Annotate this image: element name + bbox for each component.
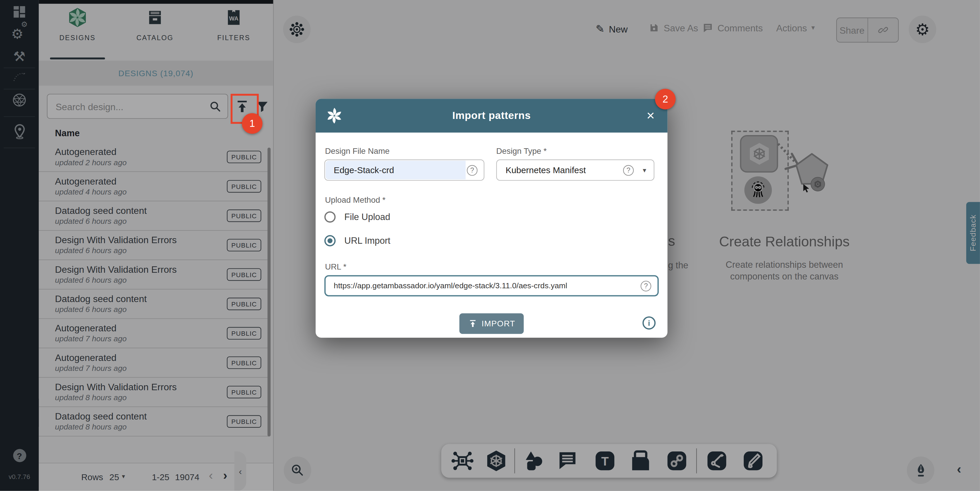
url-input[interactable]: https://app.getambassador.io/yaml/edge-s… (325, 275, 659, 297)
radio-file-upload-label: File Upload (344, 212, 390, 222)
design-file-name-label: Design File Name (325, 146, 390, 156)
close-icon[interactable]: × (642, 107, 659, 124)
url-value: https://app.getambassador.io/yaml/edge-s… (334, 282, 567, 290)
help-icon[interactable]: ? (467, 165, 477, 175)
radio-selected-icon (325, 235, 336, 246)
import-button[interactable]: IMPORT (460, 313, 524, 334)
url-label: URL * (325, 262, 346, 271)
import-patterns-modal: Import patterns × Design File Name Edge-… (316, 99, 668, 338)
radio-url-import[interactable]: URL Import (325, 235, 390, 246)
help-icon[interactable]: ? (641, 281, 651, 291)
modal-header: Import patterns × (316, 99, 668, 132)
upload-method-label: Upload Method * (325, 195, 386, 204)
info-icon[interactable]: i (643, 316, 655, 330)
design-file-name-value: Edge-Stack-crd (334, 165, 394, 175)
annotation-step-2: 2 (655, 89, 676, 109)
chevron-down-icon: ▾ (643, 166, 646, 174)
help-icon[interactable]: ? (623, 165, 634, 175)
radio-file-upload[interactable]: File Upload (325, 211, 390, 222)
design-type-value: Kubernetes Manifest (506, 165, 586, 175)
design-file-name-field[interactable]: Edge-Stack-crd ? (325, 159, 484, 181)
import-button-label: IMPORT (482, 319, 515, 328)
radio-circle-icon (325, 211, 336, 222)
annotation-step-1: 1 (242, 113, 262, 134)
upload-icon (468, 319, 477, 328)
radio-url-import-label: URL Import (344, 236, 390, 246)
modal-title: Import patterns (316, 110, 668, 121)
meshery-app: ⚙⚙ ⚒ ? v0.7.76 › DESIGNS CATALOG FILTERS… (0, 0, 980, 491)
design-type-select[interactable]: Kubernetes Manifest ? ▾ (496, 159, 654, 181)
design-type-label: Design Type * (496, 146, 547, 156)
